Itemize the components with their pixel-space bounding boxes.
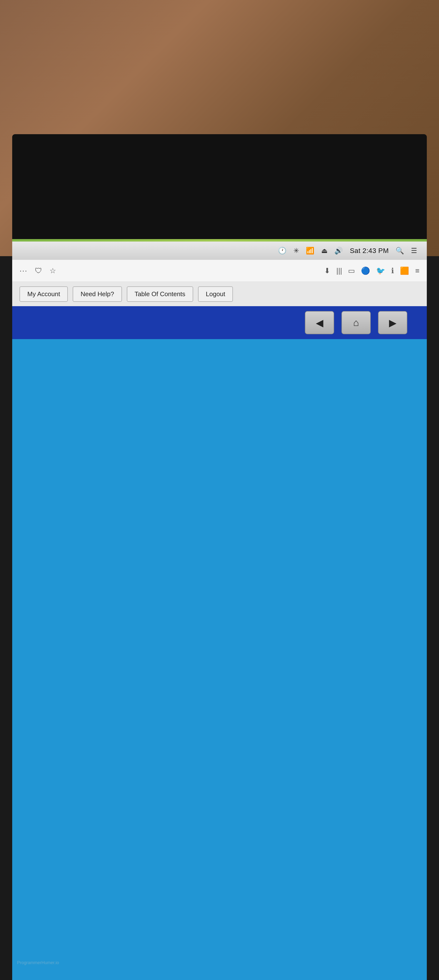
search-icon[interactable]: 🔍: [396, 247, 404, 255]
browser-menu-dots[interactable]: ···: [19, 266, 27, 275]
browser-chrome: ··· 🛡 ☆ ⬇ ||| ▭ 🔵 🐦 ℹ 🟧 ≡ My Account Nee…: [12, 260, 427, 307]
download-icon[interactable]: ⬇: [324, 266, 330, 275]
protection-icon[interactable]: 🔵: [361, 266, 370, 275]
blue-nav-bar: ◀ ⌂ ▶: [12, 306, 427, 339]
forward-button[interactable]: ▶: [378, 311, 407, 334]
macos-menubar: 🕐 ✳ 📶 ⏏ 🔊 Sat 2:43 PM 🔍 ☰: [12, 242, 427, 260]
info-icon[interactable]: ℹ: [391, 266, 394, 275]
bluetooth-icon[interactable]: ✳: [293, 247, 299, 255]
watermark: ProgrammerHumer.io: [17, 960, 59, 966]
back-icon: ◀: [316, 317, 323, 328]
main-content: [12, 339, 427, 980]
browser-toolbar: ··· 🛡 ☆ ⬇ ||| ▭ 🔵 🐦 ℹ 🟧 ≡: [12, 260, 427, 282]
my-account-button[interactable]: My Account: [19, 286, 68, 302]
forward-icon: ▶: [389, 317, 396, 328]
volume-icon[interactable]: 🔊: [334, 247, 343, 255]
need-help-button[interactable]: Need Help?: [73, 286, 122, 302]
table-of-contents-button[interactable]: Table Of Contents: [127, 286, 193, 302]
home-icon: ⌂: [353, 317, 359, 328]
system-time: Sat 2:43 PM: [350, 247, 389, 255]
logout-button[interactable]: Logout: [198, 286, 233, 302]
home-button[interactable]: ⌂: [342, 311, 371, 334]
menu-icon[interactable]: ☰: [411, 247, 417, 255]
bookmark-icon[interactable]: ☆: [49, 266, 56, 275]
wifi-icon[interactable]: 📶: [306, 247, 314, 255]
nav-buttons-bar: My Account Need Help? Table Of Contents …: [12, 282, 427, 306]
library-icon[interactable]: |||: [336, 267, 342, 275]
browser-icons-right: ⬇ ||| ▭ 🔵 🐦 ℹ 🟧 ≡: [324, 266, 420, 275]
pocket-icon[interactable]: 🛡: [35, 267, 42, 275]
extension2-icon[interactable]: 🟧: [400, 266, 409, 275]
history-icon[interactable]: 🕐: [278, 247, 286, 255]
reader-icon[interactable]: ▭: [348, 266, 355, 275]
extension-bird-icon[interactable]: 🐦: [376, 266, 385, 275]
eject-icon[interactable]: ⏏: [321, 247, 328, 255]
back-button[interactable]: ◀: [305, 311, 334, 334]
overflow-menu-icon[interactable]: ≡: [415, 267, 420, 275]
